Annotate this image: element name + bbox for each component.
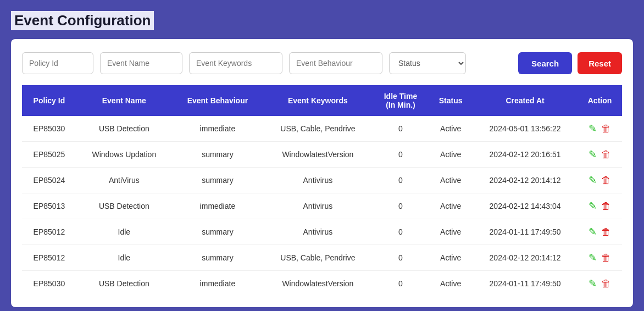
col-event-name: Event Name [76,85,172,116]
delete-icon[interactable]: 🗑 [601,149,611,160]
cell-4: 0 [373,116,429,142]
cell-0: EP85030 [22,116,76,142]
delete-icon[interactable]: 🗑 [601,278,611,290]
cell-4: 0 [373,142,429,168]
col-idle-time: Idle Time(In Min.) [373,85,429,116]
cell-0: EP85013 [22,193,76,219]
cell-2: summary [172,142,263,168]
edit-icon[interactable]: ✎ [589,123,597,135]
cell-2: summary [172,245,263,271]
col-event-keywords: Event Keywords [263,85,373,116]
edit-icon[interactable]: ✎ [589,277,597,290]
cell-3: WindowlatestVersion [263,271,373,297]
cell-6: 2024-02-12 20:14:12 [473,168,578,193]
edit-icon[interactable]: ✎ [589,148,597,160]
cell-2: summary [172,219,263,245]
cell-action: ✎ 🗑 [578,142,622,168]
cell-action: ✎ 🗑 [578,116,622,142]
cell-0: EP85012 [22,245,76,271]
delete-icon[interactable]: 🗑 [601,201,611,212]
edit-icon[interactable]: ✎ [589,174,597,186]
cell-0: EP85024 [22,168,76,193]
table-row: EP85030USB DetectionimmediateWindowlates… [22,271,622,297]
cell-5: Active [429,168,473,193]
edit-icon[interactable]: ✎ [589,200,597,212]
edit-icon[interactable]: ✎ [589,226,597,238]
cell-4: 0 [373,245,429,271]
cell-3: USB, Cable, Pendrive [263,116,373,142]
cell-5: Active [429,142,473,168]
cell-2: immediate [172,116,263,142]
cell-6: 2024-02-12 20:16:51 [473,142,578,168]
table-row: EP85025Windows UpdationsummaryWindowlate… [22,142,622,168]
delete-icon[interactable]: 🗑 [601,123,611,135]
cell-6: 2024-02-12 14:43:04 [473,193,578,219]
page-title: Event Configuration [11,11,154,30]
cell-6: 2024-02-12 20:14:12 [473,245,578,271]
cell-0: EP85012 [22,219,76,245]
cell-2: summary [172,168,263,193]
cell-action: ✎ 🗑 [578,193,622,219]
cell-6: 2024-01-11 17:49:50 [473,271,578,297]
col-policy-id: Policy Id [22,85,76,116]
cell-2: immediate [172,193,263,219]
cell-0: EP85030 [22,271,76,297]
status-select[interactable]: Status Active Inactive [389,52,466,74]
cell-6: 2024-05-01 13:56:22 [473,116,578,142]
cell-4: 0 [373,219,429,245]
event-behaviour-input[interactable] [289,52,382,74]
reset-button[interactable]: Reset [578,52,622,74]
cell-action: ✎ 🗑 [578,168,622,193]
cell-1: Windows Updation [76,142,172,168]
cell-5: Active [429,219,473,245]
delete-icon[interactable]: 🗑 [601,252,611,264]
cell-4: 0 [373,193,429,219]
events-table: Policy Id Event Name Event Behaviour Eve… [22,85,622,296]
cell-5: Active [429,116,473,142]
event-name-input[interactable] [100,52,182,74]
cell-5: Active [429,193,473,219]
cell-3: WindowlatestVersion [263,142,373,168]
table-row: EP85024AntiVirussummaryAntivirus0Active2… [22,168,622,193]
main-card: Status Active Inactive Search Reset Poli… [11,39,633,307]
cell-3: Antivirus [263,193,373,219]
filter-actions: Search Reset [518,52,622,74]
delete-icon[interactable]: 🗑 [601,175,611,186]
edit-icon[interactable]: ✎ [589,252,597,264]
cell-1: USB Detection [76,116,172,142]
delete-icon[interactable]: 🗑 [601,226,611,238]
col-status: Status [429,85,473,116]
cell-5: Active [429,271,473,297]
table-row: EP85012IdlesummaryUSB, Cable, Pendrive0A… [22,245,622,271]
cell-1: Idle [76,219,172,245]
cell-1: Idle [76,245,172,271]
cell-6: 2024-01-11 17:49:50 [473,219,578,245]
cell-3: Antivirus [263,168,373,193]
col-event-behaviour: Event Behaviour [172,85,263,116]
cell-0: EP85025 [22,142,76,168]
event-keywords-input[interactable] [189,52,282,74]
search-button[interactable]: Search [518,52,572,74]
cell-3: Antivirus [263,219,373,245]
table-row: EP85012IdlesummaryAntivirus0Active2024-0… [22,219,622,245]
cell-1: USB Detection [76,193,172,219]
cell-2: immediate [172,271,263,297]
table-row: EP85030USB DetectionimmediateUSB, Cable,… [22,116,622,142]
cell-1: AntiVirus [76,168,172,193]
col-action: Action [578,85,622,116]
cell-action: ✎ 🗑 [578,271,622,297]
policy-id-input[interactable] [22,52,93,74]
cell-4: 0 [373,271,429,297]
cell-3: USB, Cable, Pendrive [263,245,373,271]
col-created-at: Created At [473,85,578,116]
cell-action: ✎ 🗑 [578,245,622,271]
filter-row: Status Active Inactive Search Reset [22,52,622,74]
cell-action: ✎ 🗑 [578,219,622,245]
cell-1: USB Detection [76,271,172,297]
table-header-row: Policy Id Event Name Event Behaviour Eve… [22,85,622,116]
cell-5: Active [429,245,473,271]
table-row: EP85013USB DetectionimmediateAntivirus0A… [22,193,622,219]
cell-4: 0 [373,168,429,193]
